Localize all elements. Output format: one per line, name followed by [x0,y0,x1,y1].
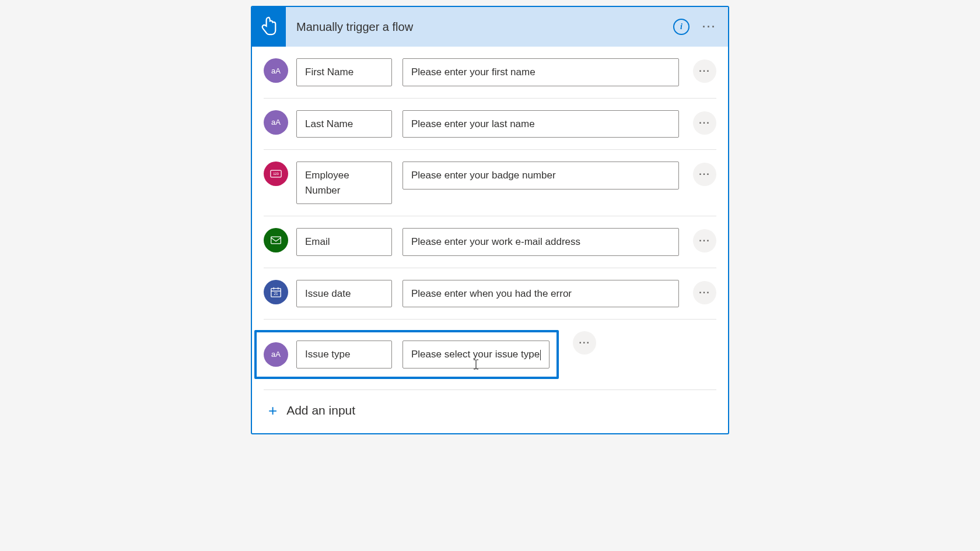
card-more-menu[interactable]: ··· [702,21,719,33]
input-placeholder-field[interactable] [402,162,679,189]
input-placeholder-field[interactable]: Please select your issue type [402,341,550,368]
svg-text:123: 123 [273,173,279,176]
placeholder-text: Please select your issue type [411,349,540,360]
svg-rect-2 [271,237,281,244]
card-title: Manually trigger a flow [286,20,673,34]
plus-icon: + [268,403,277,418]
inputs-list: aA ··· aA ··· 123 Employee Number ··· [252,47,728,433]
text-type-icon: aA [264,110,288,135]
input-name-field[interactable]: Employee Number [296,162,392,204]
input-row: 123 Employee Number ··· [264,150,716,216]
text-type-icon: aA [264,342,288,367]
input-row: 21 ··· [264,268,716,320]
input-name-field[interactable] [296,228,392,256]
row-more-menu[interactable]: ··· [693,229,716,252]
input-placeholder-field[interactable] [402,58,679,86]
input-name-field[interactable] [296,110,392,138]
input-row: ··· [264,216,716,268]
text-type-icon: aA [264,58,288,83]
input-row: aA ··· [264,47,716,99]
svg-text:21: 21 [274,292,278,296]
input-name-field[interactable] [296,341,392,368]
input-placeholder-field[interactable] [402,110,679,138]
add-input-button[interactable]: + Add an input [264,390,716,433]
row-more-menu[interactable]: ··· [693,59,716,83]
email-type-icon [264,228,288,252]
input-placeholder-field[interactable] [402,280,679,308]
input-row: aA ··· [264,99,716,150]
info-icon[interactable]: i [673,19,690,35]
manual-trigger-icon [252,7,286,47]
date-type-icon: 21 [264,280,288,304]
row-more-menu[interactable]: ··· [573,331,596,355]
text-cursor-icon [540,350,541,360]
row-more-menu[interactable]: ··· [693,111,716,135]
add-input-label: Add an input [286,403,355,417]
trigger-card: Manually trigger a flow i ··· aA ··· aA … [251,6,729,434]
input-row-highlighted: aA Please select your issue type ··· [264,320,716,390]
input-name-field[interactable] [296,280,392,308]
card-header: Manually trigger a flow i ··· [252,7,728,47]
input-placeholder-field[interactable] [402,228,679,256]
highlight-box: aA Please select your issue type [254,330,559,379]
number-type-icon: 123 [264,162,288,186]
row-more-menu[interactable]: ··· [693,163,716,186]
ibeam-cursor-icon [473,359,479,374]
row-more-menu[interactable]: ··· [693,281,716,304]
header-actions: i ··· [673,19,719,35]
input-name-field[interactable] [296,58,392,86]
